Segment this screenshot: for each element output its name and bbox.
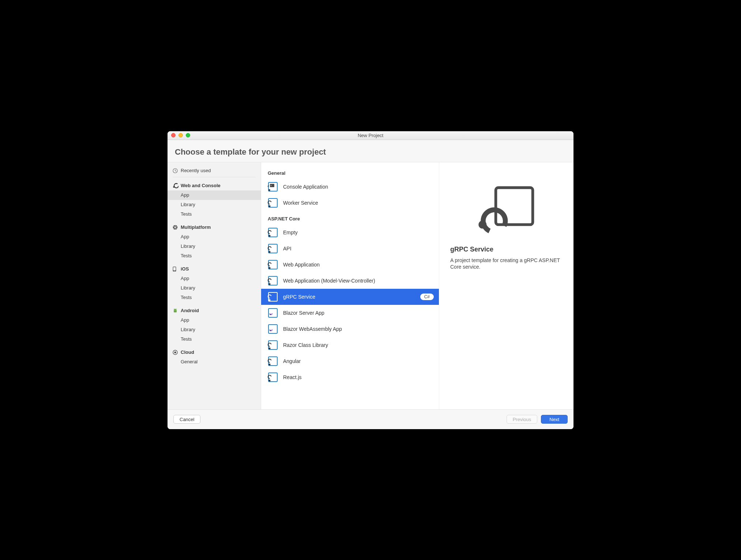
- sidebar-item-label: App: [181, 317, 189, 323]
- dotnet-icon: [173, 183, 181, 189]
- sidebar-item-library[interactable]: Library: [168, 242, 261, 251]
- svg-point-25: [269, 283, 271, 285]
- sidebar-item-app[interactable]: App: [168, 232, 261, 242]
- template-blazor-server[interactable]: @ Blazor Server App: [261, 305, 439, 321]
- sidebar-item-general[interactable]: General: [168, 357, 261, 367]
- sidebar-item-app[interactable]: App: [168, 190, 261, 200]
- svg-rect-14: [270, 184, 274, 187]
- sidebar-item-label: Tests: [181, 336, 192, 342]
- svg-point-39: [478, 220, 486, 228]
- grpc-icon: [477, 181, 536, 239]
- sidebar-item-tests[interactable]: Tests: [168, 251, 261, 261]
- templates-pane: General Console Application Worker Servi…: [261, 162, 573, 409]
- sidebar: Recently used Web and Console App Librar…: [168, 162, 261, 409]
- template-console-app[interactable]: Console Application: [261, 179, 439, 195]
- svg-point-17: [269, 205, 271, 207]
- zoom-icon[interactable]: [186, 133, 190, 137]
- sidebar-group-web-console[interactable]: Web and Console: [168, 181, 261, 190]
- svg-point-1: [173, 186, 174, 188]
- multiplatform-icon: [173, 225, 181, 230]
- template-label: Web Application: [283, 262, 434, 268]
- svg-point-35: [269, 363, 271, 365]
- project-icon: [268, 182, 278, 192]
- template-label: gRPC Service: [283, 294, 415, 300]
- sidebar-item-tests[interactable]: Tests: [168, 209, 261, 219]
- sidebar-group-android[interactable]: Android: [168, 306, 261, 315]
- next-button[interactable]: Next: [541, 415, 568, 424]
- sidebar-item-library[interactable]: Library: [168, 200, 261, 209]
- svg-point-7: [174, 309, 175, 310]
- phone-icon: [173, 266, 181, 272]
- svg-point-19: [269, 235, 271, 237]
- new-project-window: New Project Choose a template for your n…: [168, 131, 573, 429]
- clock-icon: [173, 168, 181, 173]
- sidebar-item-label: Library: [181, 202, 195, 207]
- template-api[interactable]: API: [261, 241, 439, 257]
- svg-text:@: @: [271, 313, 274, 315]
- sidebar-item-label: Recently used: [181, 168, 211, 173]
- dialog-body: Recently used Web and Console App Librar…: [168, 162, 573, 409]
- blazor-icon: @: [268, 324, 278, 334]
- project-icon: [268, 243, 278, 254]
- sidebar-group-label: iOS: [181, 266, 189, 272]
- svg-rect-38: [496, 188, 533, 224]
- sidebar-group-cloud[interactable]: Cloud: [168, 348, 261, 357]
- target-icon: [173, 350, 181, 355]
- dialog-header: Choose a template for your new project: [168, 140, 573, 162]
- template-label: Empty: [283, 230, 434, 235]
- template-grpc[interactable]: gRPC Service C#: [261, 289, 439, 305]
- detail-title: gRPC Service: [450, 246, 563, 253]
- sidebar-group-ios[interactable]: iOS: [168, 264, 261, 274]
- template-razor-lib[interactable]: Razor Class Library: [261, 337, 439, 353]
- sidebar-item-library[interactable]: Library: [168, 283, 261, 293]
- template-label: API: [283, 246, 434, 251]
- project-icon: [268, 292, 278, 302]
- template-blazor-wasm[interactable]: @ Blazor WebAssembly App: [261, 321, 439, 337]
- titlebar: New Project: [168, 131, 573, 140]
- sidebar-item-app[interactable]: App: [168, 315, 261, 325]
- template-label: Worker Service: [283, 200, 434, 206]
- template-label: Razor Class Library: [283, 342, 434, 348]
- template-webapp[interactable]: Web Application: [261, 257, 439, 273]
- project-icon: [268, 198, 278, 208]
- sidebar-item-tests[interactable]: Tests: [168, 334, 261, 344]
- cancel-button[interactable]: Cancel: [173, 415, 200, 424]
- templates-section-aspnet: ASP.NET Core: [261, 211, 439, 224]
- sidebar-item-label: General: [181, 359, 198, 364]
- window-title: New Project: [168, 133, 573, 138]
- template-label: Console Application: [283, 184, 434, 190]
- sidebar-item-app[interactable]: App: [168, 274, 261, 283]
- svg-point-15: [268, 189, 270, 191]
- sidebar-item-label: App: [181, 234, 189, 239]
- close-icon[interactable]: [171, 133, 176, 137]
- svg-point-23: [269, 267, 271, 269]
- project-icon: [268, 260, 278, 270]
- previous-button[interactable]: Previous: [507, 415, 538, 424]
- svg-point-27: [269, 299, 271, 301]
- sidebar-item-library[interactable]: Library: [168, 325, 261, 334]
- template-react[interactable]: React.js: [261, 369, 439, 385]
- window-controls: [168, 133, 190, 137]
- page-title: Choose a template for your new project: [175, 147, 566, 157]
- sidebar-recently-used[interactable]: Recently used: [168, 166, 261, 175]
- project-icon: [268, 227, 278, 238]
- template-worker-service[interactable]: Worker Service: [261, 195, 439, 211]
- divider: [173, 177, 256, 177]
- template-empty[interactable]: Empty: [261, 224, 439, 241]
- sidebar-group-multiplatform[interactable]: Multiplatform: [168, 223, 261, 232]
- svg-line-9: [174, 309, 174, 309]
- template-mvc[interactable]: Web Application (Model-View-Controller): [261, 273, 439, 289]
- sidebar-item-label: Library: [181, 243, 195, 249]
- svg-point-5: [174, 270, 174, 271]
- sidebar-item-label: Library: [181, 327, 195, 332]
- svg-point-8: [176, 309, 176, 310]
- template-angular[interactable]: Angular: [261, 353, 439, 369]
- project-icon: [268, 276, 278, 286]
- minimize-icon[interactable]: [178, 133, 183, 137]
- sidebar-item-tests[interactable]: Tests: [168, 293, 261, 302]
- svg-point-12: [174, 351, 176, 353]
- template-label: Angular: [283, 358, 434, 364]
- svg-rect-6: [174, 310, 177, 312]
- template-detail: gRPC Service A project template for crea…: [439, 162, 573, 409]
- blazor-icon: @: [268, 308, 278, 318]
